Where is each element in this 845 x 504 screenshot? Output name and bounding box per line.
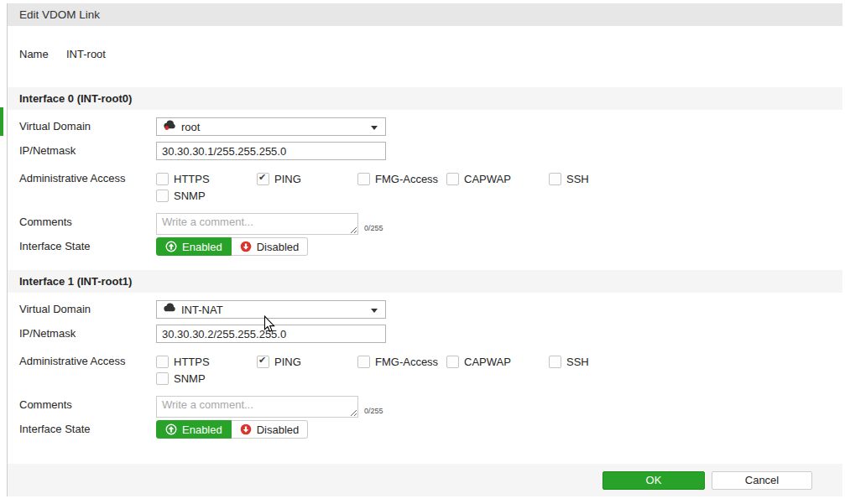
name-label: Name [8,45,66,64]
checkbox-fmg-access[interactable]: FMG-Access [357,356,446,368]
virtual-domain-row: Virtual Domain root [8,117,842,136]
vdom-cloud-icon [164,302,176,317]
cancel-button[interactable]: Cancel [712,471,812,490]
admin-access-row: Administrative Access HTTPS PING FMG-Acc… [8,352,842,385]
admin-access-label: Administrative Access [8,352,156,371]
mouse-cursor [263,315,275,336]
ip-netmask-label: IP/Netmask [8,142,156,160]
dialog-footer: OK Cancel [8,464,842,496]
checkbox-box[interactable] [156,173,169,185]
section-body-interface1: Virtual Domain INT-NAT IP/Netmask Admini… [8,293,842,439]
vdom-cloud-icon [164,119,176,134]
ok-button[interactable]: OK [602,471,705,490]
checkbox-snmp[interactable]: SNMP [156,372,206,385]
checkbox-ssh[interactable]: SSH [549,356,589,368]
enabled-button[interactable]: Enabled [156,237,232,256]
chevron-down-icon [371,309,378,313]
checkbox-box[interactable] [549,173,561,185]
interface-state-toggle: Enabled Disabled [156,237,308,256]
enabled-up-arrow-icon [165,423,177,435]
checkbox-snmp[interactable]: SNMP [156,190,206,202]
section-header-interface1: Interface 1 (INT-root1) [8,270,842,293]
virtual-domain-label: Virtual Domain [8,300,156,319]
interface-state-toggle: Enabled Disabled [156,420,308,439]
name-row: Name INT-root [8,45,106,64]
virtual-domain-value: root [181,121,200,133]
admin-access-label: Administrative Access [8,169,156,188]
ip-netmask-row: IP/Netmask [8,142,842,160]
ip-netmask-row: IP/Netmask [8,325,842,343]
comments-counter: 0/255 [364,407,383,415]
enabled-button[interactable]: Enabled [156,420,232,439]
virtual-domain-label: Virtual Domain [8,117,156,136]
checkbox-capwap[interactable]: CAPWAP [446,356,549,368]
checkbox-box[interactable] [357,356,370,368]
checkbox-box[interactable] [156,372,169,385]
checkbox-ssh[interactable]: SSH [549,173,589,185]
section-body-interface0: Virtual Domain root IP/Netmask Administr… [8,110,842,256]
checkbox-box[interactable] [257,173,269,185]
checkbox-ping[interactable]: PING [257,356,357,368]
checkbox-box[interactable] [446,173,459,185]
checkbox-box[interactable] [446,356,459,368]
comments-row: Comments 0/255 [8,396,842,418]
enabled-up-arrow-icon [165,241,177,252]
section-header-interface0: Interface 0 (INT-root0) [8,87,842,110]
comments-counter: 0/255 [364,224,383,232]
checkbox-box[interactable] [156,190,169,202]
checkbox-capwap[interactable]: CAPWAP [446,173,549,185]
name-value: INT-root [66,45,106,64]
admin-access-row: Administrative Access HTTPS PING FMG-Acc… [8,169,842,202]
checkbox-fmg-access[interactable]: FMG-Access [357,173,446,185]
edit-vdom-link-dialog: Edit VDOM Link Name INT-root Interface 0… [7,3,842,496]
comments-label: Comments [8,213,156,231]
admin-access-checkboxes: HTTPS PING FMG-Access CAPWAP SSH SNMP [156,352,589,385]
interface-state-label: Interface State [8,237,156,256]
ip-netmask-label: IP/Netmask [8,325,156,343]
chevron-down-icon [371,126,378,130]
disabled-button[interactable]: Disabled [232,237,309,256]
checkbox-box[interactable] [357,173,370,185]
checkbox-box[interactable] [156,356,169,368]
comments-label: Comments [8,396,156,414]
disabled-down-arrow-icon [240,423,252,435]
interface-state-label: Interface State [8,420,156,439]
disabled-button[interactable]: Disabled [232,420,309,439]
virtual-domain-select[interactable]: root [156,117,386,136]
admin-access-checkboxes: HTTPS PING FMG-Access CAPWAP SSH SNMP [156,169,589,202]
comments-textarea[interactable] [156,213,358,235]
interface-state-row: Interface State Enabled Disabled [8,420,842,439]
disabled-down-arrow-icon [240,241,252,252]
checkbox-https[interactable]: HTTPS [156,356,257,368]
checkbox-https[interactable]: HTTPS [156,173,257,185]
comments-row: Comments 0/255 [8,213,842,235]
interface-state-row: Interface State Enabled Disabled [8,237,842,256]
checkbox-ping[interactable]: PING [257,173,357,185]
virtual-domain-value: INT-NAT [181,304,223,316]
dialog-title: Edit VDOM Link [8,3,842,26]
ip-netmask-input[interactable] [156,142,386,160]
comments-textarea[interactable] [156,396,358,418]
checkbox-box[interactable] [257,356,269,368]
checkbox-box[interactable] [549,356,561,368]
virtual-domain-row: Virtual Domain INT-NAT [8,300,842,319]
sidebar-active-indicator [0,107,3,136]
